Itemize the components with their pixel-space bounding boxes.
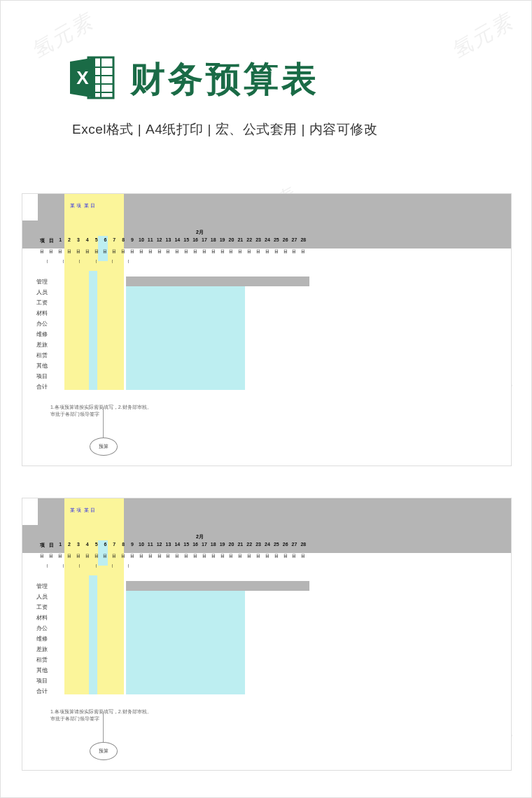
row-label: 工资 [36, 298, 48, 308]
spreadsheet-preview-2: 某 项 某 目 2月 项目123456789101112131415161718… [22, 498, 512, 771]
row-label: 租赁 [36, 654, 48, 665]
header: X 财务预算表 [1, 1, 531, 105]
row-label: 管理 [36, 276, 48, 287]
corner [22, 194, 38, 220]
highlight-strip-cyan [89, 271, 97, 390]
header-label-b: 某 目 [84, 507, 95, 513]
header-label-b: 某 目 [84, 202, 95, 209]
row-label: 差旅 [36, 644, 48, 654]
row-label: 维修 [36, 329, 48, 340]
row-label: 其他 [36, 360, 48, 371]
footnotes: 1.各项预算请按实际需要填写，2.财务部审核。 审批于各部门领导签字 [50, 708, 152, 722]
header-label-a: 某 项 [70, 202, 81, 209]
tab-connector [103, 711, 104, 742]
footnote-line: 1.各项预算请按实际需要填写，2.财务部审核。 [50, 708, 152, 715]
row-label: 人员 [36, 287, 48, 298]
column-headers-2: 目目目目目目目目目目目目目目目目目目目目目目目目目目目目目目 [38, 553, 308, 561]
row-label: 差旅 [36, 340, 48, 350]
svg-text:X: X [76, 67, 89, 88]
footnote-line: 审批于各部门领导签字 [50, 715, 152, 722]
row-label: 材料 [36, 612, 48, 623]
footnote-line: 审批于各部门领导签字 [50, 411, 152, 418]
header-label-a: 某 项 [70, 507, 81, 513]
sheet-tab[interactable]: 预算 [90, 742, 118, 760]
sheet: 某 项 某 目 2月 项目123456789101112131415161718… [22, 498, 511, 770]
row-label: 租赁 [36, 350, 48, 360]
row-label: 人员 [36, 592, 48, 602]
footnote-line: 1.各项预算请按实际需要填写，2.财务部审核。 [50, 404, 152, 411]
highlight-block-cyan [126, 286, 245, 390]
column-headers-1: 项目12345678910111213141516171819202122232… [38, 237, 308, 246]
row-label: 办公 [36, 318, 48, 329]
subtotal-row-bg [126, 581, 309, 591]
excel-icon: X [67, 53, 116, 105]
row-labels: 管理 人员 工资 材料 办公 维修 差旅 租赁 其他 项目 合计 [36, 581, 48, 696]
sheet-tab[interactable]: 预算 [90, 438, 118, 456]
month-label: 2月 [196, 229, 204, 236]
corner [22, 498, 38, 525]
row-label: 维修 [36, 634, 48, 644]
row-label: 管理 [36, 581, 48, 592]
column-headers-2: 目目目目目目目目目目目目目目目目目目目目目目目目目目目目目目 [38, 248, 308, 257]
page-title: 财务预算表 [130, 56, 319, 103]
sheet: 某 项 某 目 2月 项目123456789101112131415161718… [22, 194, 511, 465]
row-label: 材料 [36, 308, 48, 318]
column-headers-3: （（（（（（ [38, 258, 136, 267]
row-label: 合计 [36, 382, 48, 392]
row-label: 其他 [36, 665, 48, 676]
spreadsheet-preview-1: 某 项 某 目 2月 项目123456789101112131415161718… [22, 193, 512, 466]
row-labels: 管理 人员 工资 材料 办公 维修 差旅 租赁 其他 项目 合计 [36, 276, 48, 392]
row-label: 办公 [36, 623, 48, 634]
column-headers-3: （（（（（（ [38, 563, 136, 571]
row-label: 合计 [36, 686, 48, 696]
page-subtitle: Excel格式 | A4纸打印 | 宏、公式套用 | 内容可修改 [1, 105, 531, 139]
row-label: 工资 [36, 602, 48, 612]
column-headers-1: 项目12345678910111213141516171819202122232… [38, 542, 308, 550]
highlight-block-cyan [126, 591, 245, 694]
tab-connector [103, 407, 104, 438]
month-label: 2月 [196, 533, 204, 540]
highlight-strip-cyan [89, 575, 97, 694]
row-label: 项目 [36, 371, 48, 382]
row-label: 项目 [36, 676, 48, 686]
subtotal-row-bg [126, 276, 309, 286]
footnotes: 1.各项预算请按实际需要填写，2.财务部审核。 审批于各部门领导签字 [50, 404, 152, 418]
